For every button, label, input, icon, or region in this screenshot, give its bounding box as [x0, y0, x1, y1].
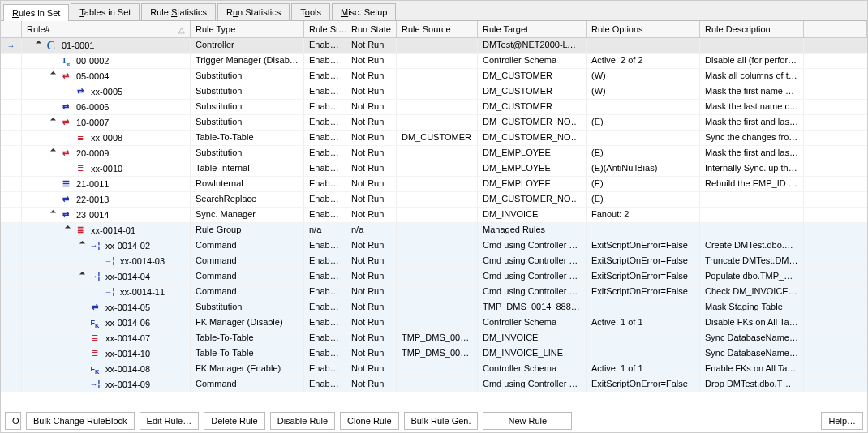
- table-row[interactable]: FKxx-0014-06FK Manager (Disable)EnabledN…: [1, 315, 867, 331]
- cell-run: Not Run: [346, 161, 397, 176]
- table-row[interactable]: ⇄10-0007SubstitutionEnabledNot RunDM_CUS…: [1, 115, 867, 131]
- cell-desc: Create DMTest.dbo.T…: [700, 238, 804, 253]
- table-row[interactable]: ⇄06-0006SubstitutionEnabledNot RunDM_CUS…: [1, 100, 867, 115]
- cell-opt: [587, 100, 700, 114]
- col-run-state[interactable]: Run State: [346, 21, 397, 37]
- table-row[interactable]: FKxx-0014-08FK Manager (Enable)EnabledNo…: [1, 362, 867, 377]
- cell-run: Not Run: [346, 146, 397, 161]
- col-rule-type[interactable]: Rule Type: [191, 21, 304, 37]
- cell-src: [397, 269, 478, 284]
- cell-tgt: DM_CUSTOMER: [478, 84, 587, 99]
- tree-expander-icon[interactable]: [80, 273, 88, 281]
- tree-expander-icon[interactable]: [80, 242, 88, 250]
- cell-type: Table-Internal: [191, 161, 304, 176]
- table-row[interactable]: ⇄xx-0014-05SubstitutionEnabledNot RunTMP…: [1, 300, 867, 315]
- edit-rule-button[interactable]: Edit Rule…: [140, 412, 200, 430]
- cell-type: Rule Group: [191, 223, 304, 238]
- clone-rule-button[interactable]: Clone Rule: [340, 412, 398, 430]
- table-row[interactable]: ≣xx-0014-10Table-To-TableEnabledNot RunT…: [1, 346, 867, 362]
- disable-rule-button[interactable]: Disable Rule: [270, 412, 335, 430]
- tree-expander-icon[interactable]: [51, 119, 58, 126]
- tab-run-statistics[interactable]: Run Statistics: [217, 3, 290, 20]
- table-row[interactable]: →¦xx-0014-09CommandEnabledNot RunCmd usi…: [1, 377, 867, 392]
- table-row[interactable]: ⇄23-0014Sync. ManagerEnabledNot RunDM_IN…: [1, 208, 867, 223]
- cell-src: [397, 223, 478, 238]
- bulk-rule-gen-button[interactable]: Bulk Rule Gen.: [404, 412, 479, 430]
- cell-desc: Sync DatabaseName.…: [700, 346, 804, 361]
- table-row[interactable]: ⇄05-0004SubstitutionEnabledNot RunDM_CUS…: [1, 69, 867, 84]
- cell-st: Enabled: [304, 208, 346, 222]
- cell-type: Table-To-Table: [191, 131, 304, 145]
- cell-run: Not Run: [346, 84, 397, 99]
- new-rule-button[interactable]: New Rule: [483, 412, 572, 430]
- col-rule-num[interactable]: Rule#△: [22, 21, 191, 37]
- cell-opt: [587, 300, 700, 315]
- cell-desc: Mask the first and last…: [700, 146, 804, 161]
- table-row[interactable]: →C01-0001ControllerEnabledNot RunDMTest@…: [1, 38, 867, 54]
- table-row[interactable]: ☰21-0011RowInternalEnabledNot RunDM_EMPL…: [1, 177, 867, 192]
- o-button[interactable]: O: [5, 412, 21, 430]
- cell-tgt: DM_INVOICE: [478, 208, 587, 222]
- cell-desc: Sync DatabaseName.…: [700, 331, 804, 345]
- tree-expander-icon[interactable]: [37, 42, 44, 49]
- tree-expander-icon[interactable]: [51, 73, 58, 80]
- tree-expander-icon[interactable]: [51, 212, 58, 219]
- cell-src: [397, 300, 478, 315]
- table-row[interactable]: →¦xx-0014-02CommandEnabledNot RunCmd usi…: [1, 238, 867, 254]
- table-row[interactable]: ≣xx-0014-07Table-To-TableEnabledNot RunT…: [1, 331, 867, 346]
- table-row[interactable]: →¦xx-0014-04CommandEnabledNot RunCmd usi…: [1, 269, 867, 285]
- table-row[interactable]: ⇄22-0013SearchReplaceEnabledNot RunDM_CU…: [1, 192, 867, 208]
- col-rule-st[interactable]: Rule St…: [304, 21, 346, 37]
- cell-desc: Drop DMTest.dbo.TM…: [700, 377, 804, 392]
- cell-st: Enabled: [304, 346, 346, 361]
- cell-st: n/a: [304, 223, 346, 238]
- cell-tgt: Managed Rules: [478, 223, 587, 238]
- table-row[interactable]: ≣xx-0014-01Rule Groupn/an/aManaged Rules: [1, 223, 867, 238]
- cell-type: FK Manager (Enable): [191, 362, 304, 376]
- col-rule-description[interactable]: Rule Description: [700, 21, 804, 37]
- table-row[interactable]: Tg00-0002Trigger Manager (Disable)Enable…: [1, 54, 867, 69]
- tree-expander-icon[interactable]: [66, 227, 73, 234]
- rule-id: 06-0006: [76, 102, 109, 112]
- tab-rules-in-set[interactable]: Rules in Set: [3, 4, 69, 21]
- cell-type: Command: [191, 254, 304, 268]
- tab-misc-setup[interactable]: Misc. Setup: [332, 3, 396, 20]
- rule-id: xx-0014-09: [105, 379, 150, 389]
- delete-rule-button[interactable]: Delete Rule: [204, 412, 264, 430]
- help-button[interactable]: Help…: [821, 412, 863, 430]
- cell-run: Not Run: [346, 331, 397, 345]
- tab-tools[interactable]: Tools: [291, 3, 330, 20]
- cell-src: TMP_DMS_001…: [397, 346, 478, 361]
- cell-opt: (E): [587, 146, 700, 161]
- cell-run: Not Run: [346, 115, 397, 130]
- table-row[interactable]: →¦xx-0014-11CommandEnabledNot RunCmd usi…: [1, 285, 867, 300]
- tab-tables-in-set[interactable]: Tables in Set: [71, 3, 140, 20]
- table-row[interactable]: ⇄xx-0005SubstitutionEnabledNot RunDM_CUS…: [1, 84, 867, 100]
- cell-desc: Mask the first name c…: [700, 84, 804, 99]
- cell-opt: Fanout: 2: [587, 208, 700, 222]
- col-rule-options[interactable]: Rule Options: [587, 21, 700, 37]
- rule-id: xx-0014-10: [105, 349, 150, 358]
- rule-id: 01-0001: [62, 41, 94, 50]
- bulk-change-ruleblock-button[interactable]: Bulk Change RuleBlock: [26, 412, 135, 430]
- rule-id: 20-0009: [76, 148, 109, 158]
- col-rule-target[interactable]: Rule Target: [478, 21, 587, 37]
- cell-opt: ExitScriptOnError=False: [587, 254, 700, 268]
- cell-opt: [587, 38, 700, 53]
- table-row[interactable]: ≣xx-0010Table-InternalEnabledNot RunDM_E…: [1, 161, 867, 177]
- tab-rule-statistics[interactable]: Rule Statistics: [141, 3, 216, 20]
- cell-opt: [587, 131, 700, 145]
- cell-desc: Populate dbo.TMP_D…: [700, 269, 804, 284]
- cell-type: Substitution: [191, 84, 304, 99]
- tree-expander-icon[interactable]: [51, 150, 58, 157]
- rules-grid[interactable]: →C01-0001ControllerEnabledNot RunDMTest@…: [1, 38, 867, 409]
- cell-tgt: DM_CUSTOMER_NOTES: [478, 115, 587, 130]
- cell-desc: Truncate DMTest.DM…: [700, 254, 804, 268]
- table-row[interactable]: →¦xx-0014-03CommandEnabledNot RunCmd usi…: [1, 254, 867, 269]
- col-rule-source[interactable]: Rule Source: [397, 21, 478, 37]
- table-row[interactable]: ≣xx-0008Table-To-TableEnabledNot RunDM_C…: [1, 131, 867, 146]
- cell-st: Enabled: [304, 69, 346, 84]
- cell-run: Not Run: [346, 131, 397, 145]
- rule-id: 22-0013: [76, 195, 109, 204]
- table-row[interactable]: ⇄20-0009SubstitutionEnabledNot RunDM_EMP…: [1, 146, 867, 161]
